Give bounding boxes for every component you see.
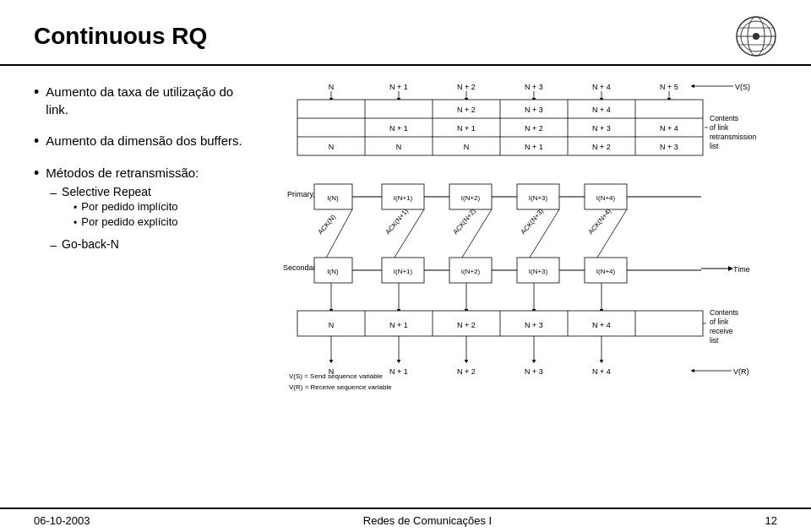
svg-text:V(R): V(R)	[733, 367, 749, 376]
svg-text:N + 1: N + 1	[389, 124, 408, 133]
svg-text:N + 1: N + 1	[389, 321, 408, 329]
svg-text:ACK(N+1): ACK(N+1)	[384, 207, 411, 236]
sub-text-selective: Selective Repeat	[62, 185, 177, 198]
svg-text:I(N+2): I(N+2)	[461, 268, 481, 275]
bullet-text-2: Aumento da dimensão dos buffers.	[46, 132, 242, 149]
svg-text:list: list	[710, 142, 719, 150]
svg-text:of link: of link	[710, 318, 729, 326]
svg-text:V(S): V(S)	[735, 83, 750, 91]
left-panel: • Aumento da taxa de utilização do link.…	[0, 74, 262, 508]
sub-sub-text-explicit: Por pedido explícito	[81, 215, 177, 228]
svg-text:N + 3: N + 3	[592, 124, 611, 133]
sub-item-selective: – Selective Repeat • Por pedido implícit…	[50, 185, 199, 231]
svg-text:N + 2: N + 2	[457, 83, 476, 91]
svg-text:N: N	[329, 83, 335, 91]
svg-text:I(N+4): I(N+4)	[596, 268, 616, 275]
sub-sub-text-implicit: Por pedido implícito	[81, 200, 177, 213]
svg-text:I(N+1): I(N+1)	[394, 268, 413, 275]
sub-sub-dot-1: •	[73, 202, 77, 214]
sub-sub-item-explicit: • Por pedido explícito	[73, 215, 177, 229]
diagram-svg: N N + 1 N + 2 N + 3 N + 4 N + 5 V(S)	[270, 74, 794, 508]
svg-text:N: N	[396, 143, 402, 151]
svg-text:N + 1: N + 1	[457, 124, 476, 133]
svg-text:N: N	[329, 143, 335, 151]
bullet-dot-3: •	[34, 165, 39, 182]
bullet-text-3: Métodos de retransmissão:	[46, 164, 199, 182]
svg-text:N + 3: N + 3	[525, 367, 543, 376]
page: Continuous RQ • Aumento da taxa de utili…	[0, 0, 811, 532]
svg-text:list: list	[710, 336, 719, 345]
svg-text:N + 3: N + 3	[525, 83, 543, 91]
dash-2: –	[50, 238, 57, 252]
svg-text:N: N	[464, 143, 470, 151]
svg-text:N + 2: N + 2	[457, 106, 476, 114]
sub-item-goback: – Go-back-N	[50, 237, 199, 252]
svg-text:Contents: Contents	[710, 308, 738, 317]
sub-text-goback: Go-back-N	[62, 237, 119, 251]
footer-date: 06-10-2003	[34, 514, 90, 527]
svg-text:I(N+1): I(N+1)	[394, 194, 413, 202]
sub-list: – Selective Repeat • Por pedido implícit…	[50, 185, 199, 252]
svg-text:retransmission: retransmission	[710, 133, 757, 141]
sub-sub-list-selective: • Por pedido implícito • Por pedido expl…	[73, 200, 177, 229]
svg-text:N + 1: N + 1	[389, 367, 408, 376]
bullet-1: • Aumento da taxa de utilização do link.	[34, 83, 249, 118]
svg-text:N + 1: N + 1	[525, 143, 543, 151]
svg-text:I(N+3): I(N+3)	[529, 194, 548, 202]
svg-text:ACK(N+2): ACK(N+2)	[452, 207, 478, 236]
svg-text:I(N): I(N)	[327, 194, 339, 202]
svg-text:V(S) = Send sequence variable: V(S) = Send sequence variable	[289, 372, 384, 380]
svg-text:V(R) = Receive sequence variab: V(R) = Receive sequence variable	[289, 383, 392, 391]
bullet-text-1: Aumento da taxa de utilização do link.	[46, 83, 249, 118]
page-title: Continuous RQ	[34, 23, 207, 50]
bullet-2: • Aumento da dimensão dos buffers.	[34, 132, 249, 150]
svg-text:N + 1: N + 1	[389, 83, 408, 91]
svg-point-6	[753, 33, 759, 40]
svg-text:N + 4: N + 4	[592, 83, 611, 91]
logo-icon	[735, 15, 777, 57]
footer-page: 12	[765, 514, 777, 527]
svg-text:ACK(N+3): ACK(N+3)	[520, 207, 546, 236]
svg-text:I(N+3): I(N+3)	[529, 268, 548, 275]
footer-course: Redes de Comunicações I	[363, 514, 492, 527]
svg-text:N + 4: N + 4	[660, 124, 678, 133]
svg-text:N + 5: N + 5	[660, 83, 678, 91]
svg-text:N: N	[329, 367, 335, 376]
bullet-3: • Métodos de retransmissão: – Selective …	[34, 164, 249, 254]
svg-text:N + 2: N + 2	[592, 143, 611, 151]
svg-text:N + 4: N + 4	[592, 321, 611, 329]
bullet-dot-2: •	[34, 133, 39, 150]
svg-text:I(N): I(N)	[327, 268, 339, 275]
svg-text:Time: Time	[733, 265, 750, 274]
bullet-dot-1: •	[34, 84, 39, 101]
svg-text:Contents: Contents	[710, 114, 738, 122]
svg-text:N + 3: N + 3	[525, 321, 543, 329]
main-content: • Aumento da taxa de utilização do link.…	[0, 66, 811, 508]
svg-text:ACK(N+4): ACK(N+4)	[587, 207, 613, 236]
sub-sub-item-implicit: • Por pedido implícito	[73, 200, 177, 214]
svg-text:N + 4: N + 4	[592, 367, 611, 376]
svg-text:N + 3: N + 3	[525, 106, 543, 114]
svg-text:N + 2: N + 2	[457, 321, 476, 329]
svg-text:N + 2: N + 2	[457, 367, 476, 376]
svg-text:ACK(N): ACK(N)	[317, 213, 338, 236]
svg-text:N + 3: N + 3	[660, 143, 678, 151]
dash-1: –	[50, 186, 57, 199]
footer: 06-10-2003 Redes de Comunicações I 12	[0, 508, 811, 532]
svg-text:of link: of link	[710, 123, 729, 132]
svg-text:N + 4: N + 4	[592, 106, 611, 114]
sub-sub-dot-2: •	[73, 217, 77, 229]
svg-text:N + 2: N + 2	[525, 124, 543, 133]
header: Continuous RQ	[0, 0, 811, 66]
svg-text:I(N+4): I(N+4)	[596, 194, 616, 202]
svg-text:receive: receive	[710, 327, 733, 335]
right-panel: N N + 1 N + 2 N + 3 N + 4 N + 5 V(S)	[262, 74, 811, 508]
svg-text:N: N	[329, 321, 335, 329]
svg-text:I(N+2): I(N+2)	[461, 194, 481, 202]
